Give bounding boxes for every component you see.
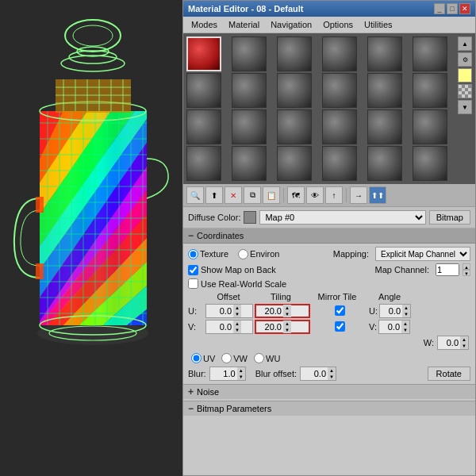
menu-modes[interactable]: Modes [186,18,222,31]
bitmap-button[interactable]: Bitmap [429,210,470,225]
tiling-v-up[interactable]: ▲ [283,321,291,327]
sphere-slot-23[interactable] [413,146,447,181]
blur-down[interactable]: ▼ [237,374,245,380]
pick-material-button[interactable]: 🔍 [186,186,204,204]
environ-radio[interactable] [238,249,248,259]
sphere-slot-4[interactable] [367,36,402,71]
uv-radio-label[interactable]: UV [191,353,215,363]
real-world-checkbox[interactable] [188,278,198,289]
wu-radio[interactable] [254,353,264,363]
map-channel-up[interactable]: ▲ [463,263,470,270]
blur-input[interactable] [210,367,237,380]
minimize-button[interactable]: _ [434,3,445,14]
angle-u-up[interactable]: ▲ [402,305,410,311]
w-angle-up[interactable]: ▲ [460,336,468,343]
sphere-slot-16[interactable] [367,109,402,144]
offset-v-up[interactable]: ▲ [233,321,241,327]
offset-v-down[interactable]: ▼ [233,327,241,333]
nav-forward-button[interactable]: → [350,186,367,204]
offset-u-up[interactable]: ▲ [233,305,241,311]
uv-radio[interactable] [191,353,202,363]
sphere-slot-5[interactable] [413,36,447,71]
menu-options[interactable]: Options [318,18,358,31]
close-button[interactable]: ✕ [459,3,470,14]
tiling-u-input[interactable] [256,305,283,317]
wu-radio-label[interactable]: WU [254,353,280,363]
maximize-button[interactable]: □ [447,3,458,14]
offset-u-input[interactable] [206,305,233,317]
sphere-slot-13[interactable] [232,109,267,144]
viewport-3d[interactable] [0,0,186,476]
sphere-slot-14[interactable] [277,109,312,144]
sphere-slot-9[interactable] [322,73,357,108]
w-angle-input[interactable] [438,336,460,349]
w-angle-down[interactable]: ▼ [460,343,468,349]
vw-radio[interactable] [221,353,232,363]
goto-parent-button[interactable]: ↑ [325,186,343,204]
show-map-button[interactable]: 🗺 [287,186,305,204]
checkerboard-button[interactable] [458,84,472,98]
angle-v-up[interactable]: ▲ [401,321,409,327]
sphere-slot-8[interactable] [277,73,312,108]
delete-button[interactable]: ✕ [225,186,242,204]
diffuse-color-swatch[interactable] [244,211,256,224]
offset-v-input[interactable] [206,321,233,333]
sphere-slot-7[interactable] [232,73,267,108]
map-channel-input[interactable] [436,263,459,276]
angle-u-down[interactable]: ▼ [402,311,410,317]
sphere-slot-20[interactable] [277,146,312,181]
real-world-checkbox-label[interactable]: Use Real-World Scale [188,278,286,289]
color-button[interactable] [458,68,472,83]
tiling-v-input[interactable] [256,321,283,333]
noise-section-header[interactable]: + Noise [183,384,475,399]
angle-u-input[interactable] [380,305,402,317]
bitmap-params-section-header[interactable]: − Bitmap Parameters [183,401,475,416]
blur-offset-down[interactable]: ▼ [328,374,336,380]
sphere-slot-21[interactable] [322,146,357,181]
angle-v-down[interactable]: ▼ [401,327,409,333]
tiling-v-down[interactable]: ▼ [283,327,291,333]
sphere-slot-11[interactable] [413,73,447,108]
blur-up[interactable]: ▲ [237,367,245,374]
sphere-slot-12[interactable] [186,109,221,144]
environ-radio-label[interactable]: Environ [238,249,279,259]
menu-utilities[interactable]: Utilities [359,18,397,31]
sphere-slot-2[interactable] [277,36,312,71]
scroll-up-button[interactable]: ▲ [458,36,472,51]
map-dropdown[interactable]: Map #0 [259,210,425,225]
menu-navigation[interactable]: Navigation [266,18,317,31]
show-map-checkbox[interactable] [188,265,198,275]
sphere-slot-18[interactable] [186,146,221,181]
texture-radio[interactable] [188,249,198,259]
sphere-slot-3[interactable] [322,36,357,71]
scroll-down-button[interactable]: ▼ [458,100,472,114]
sphere-slot-10[interactable] [367,73,402,108]
sphere-slot-19[interactable] [232,146,267,181]
rotate-button[interactable]: Rotate [428,367,470,381]
texture-radio-label[interactable]: Texture [188,249,228,259]
sphere-slot-22[interactable] [367,146,402,181]
coordinates-section-header[interactable]: − Coordinates [183,228,475,244]
offset-u-down[interactable]: ▼ [233,311,241,317]
show-end-result-button[interactable]: 👁 [306,186,324,204]
menu-material[interactable]: Material [224,18,264,31]
mirror-v-checkbox[interactable] [335,321,345,332]
map-channel-down[interactable]: ▼ [463,270,470,276]
sphere-slot-1[interactable] [232,36,267,71]
sphere-slot-0[interactable] [186,36,221,71]
angle-v-input[interactable] [379,321,401,333]
mapping-dropdown[interactable]: Explicit Map Channel [375,247,470,261]
vw-radio-label[interactable]: VW [221,353,248,363]
mirror-u-checkbox[interactable] [335,305,345,316]
make-unique-button[interactable]: ⧉ [244,186,261,204]
material-id-button[interactable]: 📋 [263,186,280,204]
tiling-u-up[interactable]: ▲ [283,305,291,311]
put-to-scene-button[interactable]: ⬆ [205,186,223,204]
blur-offset-up[interactable]: ▲ [328,367,336,374]
blur-offset-input[interactable] [301,367,328,380]
tiling-u-down[interactable]: ▼ [283,311,291,317]
show-map-checkbox-label[interactable]: Show Map on Back [188,265,276,275]
sphere-slot-6[interactable] [186,73,221,108]
sphere-slot-17[interactable] [413,109,447,144]
sphere-slot-15[interactable] [322,109,357,144]
